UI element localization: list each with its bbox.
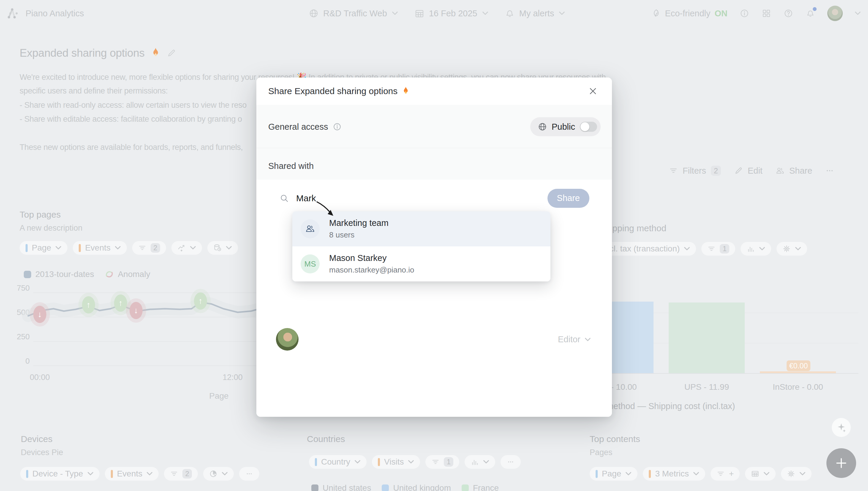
- my-alerts-label: My alerts: [519, 9, 554, 19]
- legend-item[interactable]: France: [461, 483, 499, 491]
- metric-label: Events: [117, 469, 143, 479]
- dimension-label: Page: [32, 243, 51, 253]
- data-source-pill[interactable]: [207, 241, 238, 255]
- chevron-down-icon: [482, 11, 488, 16]
- chevron-down-icon: [392, 11, 398, 16]
- dimension-pill[interactable]: Device - Type: [20, 467, 100, 481]
- dimension-label: Country: [321, 457, 350, 467]
- metric-color-bar: [79, 244, 81, 252]
- dimension-pill[interactable]: Country: [309, 455, 367, 469]
- user-avatar[interactable]: [827, 6, 843, 21]
- notifications-button[interactable]: [805, 8, 815, 19]
- suggestion-mason-starkey[interactable]: MS Mason Starkey mason.starkey@piano.io: [292, 247, 551, 282]
- add-filter-pill[interactable]: +: [710, 467, 740, 481]
- search-icon: [280, 194, 289, 203]
- member-role-dropdown[interactable]: Editor: [558, 335, 591, 344]
- axis-baseline: [597, 373, 859, 374]
- filters-count-badge: 1: [444, 457, 453, 467]
- chevron-down-icon: [795, 247, 801, 251]
- date-range-picker[interactable]: 16 Feb 2025: [415, 9, 488, 19]
- chart-type-pill[interactable]: [203, 467, 234, 481]
- more-options-pill[interactable]: [239, 467, 259, 481]
- dimension-label: Page: [602, 469, 621, 479]
- metric-pill[interactable]: Visits: [372, 455, 420, 469]
- bar-label: UPS - 11.99: [662, 382, 751, 392]
- suggestion-name: Marketing team: [329, 218, 389, 228]
- info-icon: [740, 9, 749, 18]
- metric-color-bar: [378, 458, 380, 466]
- my-alerts-menu[interactable]: My alerts: [505, 9, 565, 19]
- info-icon[interactable]: [333, 123, 341, 131]
- filters-pill[interactable]: 1: [701, 242, 735, 256]
- settings-pill[interactable]: [781, 467, 812, 481]
- countries-controls: Country Visits 1: [309, 455, 521, 469]
- help-button[interactable]: [783, 8, 793, 19]
- filters-pill[interactable]: 2: [132, 241, 166, 255]
- chevron-down-icon: [355, 460, 361, 464]
- filters-button[interactable]: Filters 2: [669, 166, 721, 176]
- visibility-toggle[interactable]: Public: [530, 117, 600, 136]
- metric-label: incl. tax (transaction): [603, 244, 680, 254]
- search-suggestions-dropdown: Marketing team 8 users MS Mason Starkey …: [292, 211, 551, 282]
- info-button[interactable]: [739, 8, 750, 19]
- metric-pill[interactable]: 3 Metrics: [643, 467, 705, 481]
- settings-pill[interactable]: [777, 242, 807, 256]
- dimension-color-bar: [315, 458, 317, 466]
- chart-type-pill[interactable]: [745, 467, 776, 481]
- edit-title-button[interactable]: [167, 48, 176, 58]
- top-pages-controls: Page Events 2: [20, 241, 238, 255]
- dimension-pill[interactable]: Page: [20, 241, 67, 255]
- workspace-selector[interactable]: R&D Traffic Web: [309, 9, 398, 19]
- legend-anomaly-item[interactable]: Anomaly: [105, 269, 150, 279]
- widget-devices-title: Devices: [21, 434, 53, 444]
- edit-button[interactable]: Edit: [734, 166, 762, 176]
- legend-item[interactable]: United kingdom: [382, 483, 451, 491]
- suggestion-marketing-team[interactable]: Marketing team 8 users: [292, 211, 551, 247]
- share-button[interactable]: Share: [776, 166, 812, 176]
- more-options-button[interactable]: [825, 166, 834, 175]
- anomaly-marker-down: ↓: [33, 306, 46, 323]
- chevron-down-icon: [483, 460, 489, 464]
- apps-grid-button[interactable]: [761, 8, 772, 19]
- dimension-pill[interactable]: Page: [590, 467, 638, 481]
- page-title: Expanded sharing options: [20, 47, 145, 59]
- share-search-input[interactable]: [296, 193, 540, 203]
- metric-pill[interactable]: Events: [73, 241, 127, 255]
- close-button[interactable]: [585, 83, 601, 99]
- filter-icon: [707, 244, 716, 253]
- public-switch[interactable]: [580, 122, 597, 132]
- anomaly-marker-up: ↑: [194, 292, 207, 310]
- closing-line: These new options are available for boar…: [20, 143, 243, 152]
- sort-trend-pill[interactable]: [171, 241, 202, 255]
- member-role-label: Editor: [558, 335, 581, 344]
- legend-swatch: [461, 485, 469, 491]
- bar-label: InStore - 0.00: [753, 382, 842, 392]
- chevron-down-icon: [693, 472, 699, 476]
- topbar-center: R&D Traffic Web 16 Feb 2025 My alerts: [309, 0, 565, 27]
- filters-pill[interactable]: 1: [425, 455, 459, 469]
- ai-assistant-button[interactable]: [832, 418, 851, 437]
- add-widget-fab[interactable]: [827, 448, 856, 478]
- series-legend-label: 2013-tour-dates: [35, 269, 94, 279]
- series-swatch: [24, 271, 31, 278]
- share-dialog: Share Expanded sharing options General a…: [256, 78, 612, 417]
- intro-line-2: specific users and define their permissi…: [20, 86, 168, 95]
- anomaly-legend-label: Anomaly: [118, 269, 150, 279]
- visibility-label: Public: [552, 122, 575, 132]
- chart-type-pill[interactable]: [740, 242, 771, 256]
- x-tick-start: 00:00: [21, 373, 59, 382]
- apps-grid-icon: [762, 9, 771, 18]
- pencil-icon: [734, 166, 743, 175]
- board-toolbar: Filters 2 Edit Share: [669, 164, 834, 177]
- legend-item[interactable]: United states: [311, 483, 371, 491]
- chart-type-pill[interactable]: [465, 455, 495, 469]
- legend-label: United kingdom: [393, 483, 451, 491]
- filters-pill[interactable]: 2: [164, 467, 198, 481]
- filters-count-badge: 1: [720, 244, 729, 254]
- chevron-down-icon: [226, 246, 232, 250]
- share-submit-button[interactable]: Share: [548, 189, 589, 208]
- metric-pill[interactable]: Events: [105, 467, 159, 481]
- legend-series-item[interactable]: 2013-tour-dates: [24, 269, 94, 279]
- more-options-pill[interactable]: [501, 455, 521, 469]
- eco-friendly-toggle[interactable]: Eco-friendly ON: [652, 9, 727, 19]
